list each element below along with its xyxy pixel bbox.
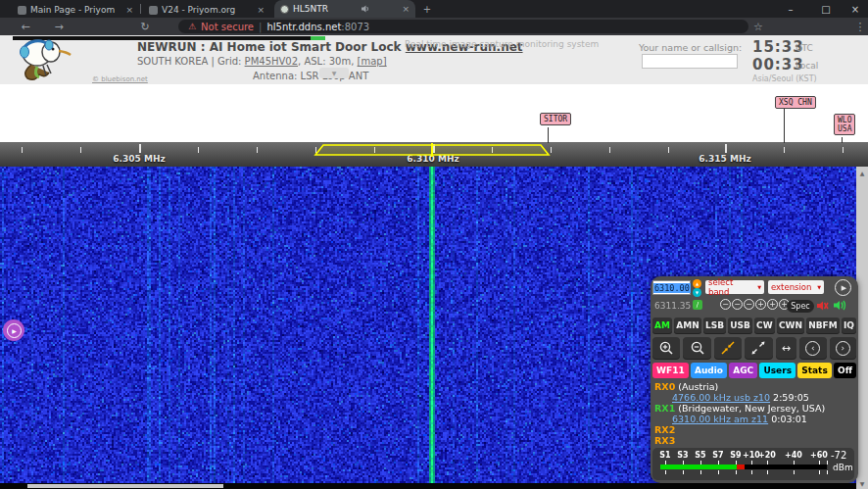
wf-button[interactable]: WF11 — [652, 363, 689, 378]
frequency-down-button[interactable]: ▼ — [693, 288, 701, 297]
browser-address-bar: ← → ↻ ⚠ Not secure | hl5ntr.ddns.net :80… — [0, 18, 868, 35]
grid-link[interactable]: PM45HV02 — [245, 56, 298, 67]
tab-divider — [140, 4, 141, 14]
local-label: Local — [796, 61, 818, 71]
s-meter-label: S3 — [677, 451, 688, 460]
tab-title: Main Page - Priyom.org — [30, 5, 115, 15]
mode-button-nbfm[interactable]: NBFM — [806, 318, 840, 333]
rx-id: RX1 — [654, 403, 675, 414]
off-button[interactable]: Off — [834, 363, 856, 378]
s-meter-tick — [683, 461, 684, 465]
scroll-down-icon[interactable]: ▼ — [856, 477, 868, 489]
audio-button[interactable]: Audio — [691, 363, 727, 378]
bluebison-credit[interactable]: © bluebison.net — [92, 75, 148, 83]
agc-button[interactable]: AGC — [729, 363, 757, 378]
tab-close-icon[interactable]: × — [402, 4, 410, 14]
extension-select[interactable]: extension ▼ — [768, 280, 824, 294]
audio-start-button[interactable]: ▶ — [835, 279, 851, 296]
rx-id: RX2 — [654, 424, 675, 435]
mute-speaker-icon[interactable] — [816, 300, 829, 312]
window-maximize-button[interactable]: □ — [811, 0, 841, 18]
mode-button-iq[interactable]: IQ — [842, 318, 856, 333]
header-collapse-button[interactable]: ▼ — [319, 68, 349, 78]
mode-button-am[interactable]: AM — [652, 318, 672, 333]
receiver-control-panel: 6310.00 ▲ ▼ select band ▼ extension ▼ ▶ … — [651, 276, 858, 483]
band-label-wlo[interactable]: WLO USA — [834, 114, 855, 135]
rx-frequency-link[interactable]: 4766.00 kHz usb z10 — [672, 392, 770, 403]
s-meter-tick — [718, 461, 719, 465]
wf-zoom-out-icon[interactable]: − — [720, 299, 731, 310]
tab-close-icon[interactable]: × — [125, 5, 133, 15]
back-icon[interactable]: ← — [18, 18, 33, 35]
bookmark-star-icon[interactable]: ☆ — [750, 18, 766, 35]
horizontal-scrollbar[interactable] — [0, 483, 856, 489]
tab-priyom-v24[interactable]: V24 - Priyom.org × — [143, 2, 270, 18]
security-label: Not secure — [201, 22, 254, 32]
band-label-sitor[interactable]: SITOR — [540, 113, 571, 125]
passband-widen-button[interactable]: ↔ — [776, 337, 797, 359]
browser-tab-strip: Main Page - Priyom.org × V24 - Priyom.or… — [0, 0, 868, 18]
s-meter-tick — [665, 470, 666, 474]
stats-button[interactable]: Stats — [797, 363, 832, 378]
band-label-xsq[interactable]: XSQ CHN — [775, 96, 816, 109]
zoom-to-passband-button[interactable] — [714, 337, 742, 359]
url-separator: | — [259, 22, 262, 32]
browser-menu-icon[interactable]: ⋮ — [852, 18, 868, 35]
window-minimize-button[interactable]: – — [776, 0, 805, 18]
tab-hl5ntr-active[interactable]: HL5NTR × — [274, 0, 415, 18]
users-button[interactable]: Users — [759, 363, 796, 378]
rx-frequency-link[interactable]: 6310.00 kHz am z11 — [672, 414, 768, 424]
dropdown-arrow-icon: ▼ — [817, 284, 821, 290]
zoom-out-button[interactable] — [683, 337, 710, 359]
s-meter-tick — [665, 461, 666, 465]
passband-indicator[interactable] — [0, 142, 868, 160]
new-tab-button[interactable]: + — [419, 0, 435, 18]
s-meter-tick — [767, 461, 768, 465]
callsign-input[interactable] — [642, 54, 738, 69]
rx-id: RX3 — [654, 435, 675, 446]
mode-button-lsb[interactable]: LSB — [703, 318, 726, 333]
rx-location: (Austria) — [678, 381, 718, 392]
frequency-up-button[interactable]: ▲ — [693, 279, 701, 288]
window-close-button[interactable]: × — [843, 0, 868, 18]
open-panel-button[interactable]: ▶ — [3, 319, 24, 341]
timezone-label: Asia/Seoul (KST) — [752, 74, 817, 83]
frequency-link-icon[interactable]: ∕ — [693, 300, 702, 310]
zoom-in-button[interactable] — [652, 337, 680, 359]
speaker-icon[interactable] — [833, 299, 847, 312]
band-select-value: select band — [708, 277, 754, 297]
forward-icon[interactable]: → — [51, 18, 67, 35]
reload-icon[interactable]: ↻ — [137, 18, 153, 35]
s-meter-label: +20 — [758, 451, 776, 460]
rx-row: RX2 — [654, 424, 854, 435]
wf-zoom-out-icon[interactable]: − — [744, 299, 754, 310]
wf-zoom-in-icon[interactable]: + — [755, 299, 766, 310]
frequency-readout: 6311.35 — [654, 301, 691, 311]
not-secure-warning-icon[interactable]: ⚠ — [188, 22, 196, 31]
play-icon: ▶ — [7, 323, 22, 338]
s-meter-tick — [819, 470, 820, 474]
zoom-full-out-button[interactable] — [745, 337, 772, 359]
tab-priyom-main[interactable]: Main Page - Priyom.org × — [12, 2, 139, 18]
wf-zoom-out-icon[interactable]: − — [732, 299, 743, 310]
band-select[interactable]: select band ▼ — [705, 280, 764, 294]
shift-left-button[interactable]: ‹ — [799, 337, 826, 359]
horizontal-scrollbar-thumb[interactable] — [27, 484, 223, 488]
mode-button-cw[interactable]: CW — [754, 318, 775, 333]
scroll-up-icon[interactable]: ▲ — [856, 167, 868, 178]
spectrum-button[interactable]: Spec — [787, 300, 814, 313]
url-bar[interactable]: ⚠ Not secure | hl5ntr.ddns.net :8073 — [178, 20, 748, 33]
mode-button-cwn[interactable]: CWN — [777, 318, 804, 333]
mode-button-usb[interactable]: USB — [728, 318, 752, 333]
tab-close-icon[interactable]: × — [257, 5, 265, 15]
url-port: :8073 — [341, 22, 369, 32]
s-meter-tick — [827, 470, 828, 474]
magnifier-plus-icon — [658, 340, 674, 356]
s-meter-unit: dBm — [833, 463, 853, 472]
frequency-input[interactable]: 6310.00 — [652, 280, 691, 295]
tab-audio-icon[interactable] — [361, 4, 370, 14]
mode-button-amn[interactable]: AMN — [674, 318, 701, 333]
map-link[interactable]: [map] — [358, 56, 387, 67]
wf-zoom-in-icon[interactable]: + — [767, 299, 778, 310]
shift-right-button[interactable]: › — [830, 337, 856, 359]
